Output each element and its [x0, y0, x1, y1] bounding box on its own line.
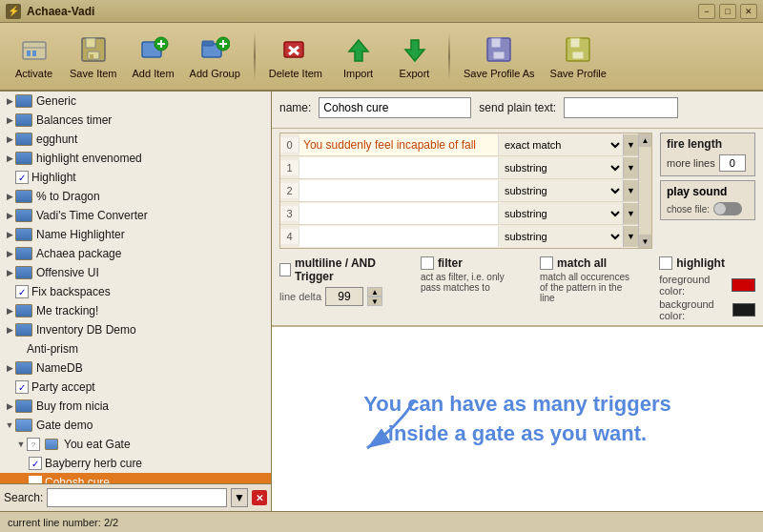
- item-label: Fix backspaces: [31, 285, 111, 298]
- pattern-text-1[interactable]: [299, 157, 499, 178]
- export-label: Export: [400, 68, 430, 79]
- save-profile-button[interactable]: Save Profile: [545, 26, 612, 87]
- folder-icon: [15, 304, 32, 317]
- svg-rect-27: [572, 51, 584, 59]
- add-item-button[interactable]: Add Item: [127, 26, 180, 87]
- delete-item-label: Delete Item: [269, 68, 322, 79]
- sidebar-item-cohosh-cure[interactable]: ✓ Cohosh cure: [0, 473, 271, 483]
- window-controls: − □ ✕: [698, 4, 757, 19]
- scroll-down[interactable]: ▼: [639, 235, 651, 248]
- sidebar-item-balances-timer[interactable]: ▶ Balances timer: [0, 111, 271, 130]
- toolbar: Activate Save Item Add Item Add Group De…: [0, 23, 763, 92]
- scroll-up[interactable]: ▲: [639, 133, 651, 147]
- save-item-icon: [78, 34, 109, 65]
- pattern-type-4[interactable]: substring exact match regex: [499, 226, 623, 247]
- svg-rect-23: [491, 38, 501, 48]
- pattern-type-3[interactable]: substring exact match regex: [499, 203, 623, 224]
- sidebar-item-name-highlighter[interactable]: ▶ Name Highlighter: [0, 225, 271, 244]
- content-panel: name: send plain text: 0 exact match sub…: [272, 92, 763, 511]
- fg-color-swatch[interactable]: [732, 278, 755, 292]
- sidebar-item-inventory-db[interactable]: ▶ Inventory DB Demo: [0, 320, 271, 339]
- match-all-checkbox[interactable]: [540, 256, 553, 270]
- item-label: Buy from nicia: [36, 399, 109, 413]
- sidebar-item-anti-prism[interactable]: Anti-prism: [0, 339, 271, 358]
- sidebar-item-highlight-envenomed[interactable]: ▶ highlight envenomed: [0, 149, 271, 168]
- activate-button[interactable]: Activate: [8, 26, 60, 87]
- highlight-checkbox[interactable]: [659, 256, 672, 270]
- sidebar-item-fix-backspaces[interactable]: ✓ Fix backspaces: [0, 282, 271, 301]
- item-label: Achaea package: [36, 247, 121, 260]
- item-label: highlight envenomed: [36, 152, 142, 165]
- export-icon: [400, 34, 430, 65]
- pattern-type-arrow-2[interactable]: ▼: [623, 180, 638, 201]
- search-input[interactable]: [47, 488, 227, 507]
- save-profile-as-button[interactable]: Save Profile As: [458, 26, 541, 87]
- line-delta-input[interactable]: [325, 287, 363, 306]
- name-input[interactable]: [319, 97, 471, 118]
- pattern-type-1[interactable]: substring exact match regex: [499, 157, 623, 178]
- add-group-button[interactable]: Add Group: [184, 26, 246, 87]
- close-button[interactable]: ✕: [740, 4, 757, 19]
- more-lines-input[interactable]: [719, 154, 746, 172]
- pattern-text-0[interactable]: [299, 134, 499, 155]
- folder-icon: [15, 190, 32, 203]
- sidebar-item-generic[interactable]: ▶ Generic: [0, 92, 271, 111]
- pattern-text-2[interactable]: [299, 180, 499, 201]
- item-label: Party accept: [31, 380, 95, 394]
- pattern-text-3[interactable]: [299, 203, 499, 224]
- folder-icon: [15, 247, 32, 260]
- line-delta-up[interactable]: ▲: [367, 287, 382, 297]
- expand-icon: ▼: [4, 419, 15, 431]
- sidebar-search: Search: ▼ ✕: [0, 483, 271, 511]
- pattern-type-arrow-1[interactable]: ▼: [623, 157, 638, 178]
- sidebar-item-party-accept[interactable]: ✓ Party accept: [0, 378, 271, 397]
- expand-icon: ▶: [4, 229, 15, 240]
- line-delta-down[interactable]: ▼: [367, 297, 382, 306]
- match-all-label: match all: [557, 256, 607, 270]
- sidebar-item-bayberry[interactable]: ✓ Bayberry herb cure: [0, 454, 271, 473]
- sidebar-item-buy-from-nicia[interactable]: ▶ Buy from nicia: [0, 397, 271, 416]
- minimize-button[interactable]: −: [698, 4, 715, 19]
- sound-toggle[interactable]: [713, 202, 742, 215]
- import-button[interactable]: Import: [332, 26, 384, 87]
- sidebar-item-highlight[interactable]: ✓ Highlight: [0, 168, 271, 187]
- sidebar-item-egghunt[interactable]: ▶ egghunt: [0, 130, 271, 149]
- bg-color-label: background color:: [659, 298, 729, 321]
- sidebar-item-you-eat-gate[interactable]: ▼ ? You eat Gate: [0, 435, 271, 454]
- folder-icon: [15, 399, 32, 413]
- search-clear-button[interactable]: ✕: [252, 490, 267, 505]
- sidebar-item-gate-demo[interactable]: ▼ Gate demo: [0, 416, 271, 435]
- pattern-text-4[interactable]: [299, 226, 499, 247]
- check-icon: ✓: [15, 171, 29, 184]
- toolbar-sep-2: [448, 32, 450, 80]
- save-profile-icon: [563, 34, 593, 65]
- sidebar-item-offensive-ui[interactable]: ▶ Offensive UI: [0, 263, 271, 282]
- pattern-type-2[interactable]: substring exact match regex: [499, 180, 623, 201]
- send-plain-input[interactable]: [564, 97, 678, 118]
- sidebar-item-achaea-package[interactable]: ▶ Achaea package: [0, 244, 271, 263]
- pattern-type-arrow-4[interactable]: ▼: [623, 226, 638, 247]
- save-item-button[interactable]: Save Item: [64, 26, 123, 87]
- pattern-type-arrow-0[interactable]: ▼: [623, 134, 638, 155]
- add-item-icon: [138, 34, 169, 65]
- folder-icon: [15, 419, 32, 432]
- sidebar-item-me-tracking[interactable]: ▶ Me tracking!: [0, 301, 271, 320]
- activate-icon: [19, 34, 50, 65]
- pattern-type-arrow-3[interactable]: ▼: [623, 203, 638, 224]
- search-dropdown[interactable]: ▼: [231, 488, 248, 507]
- pattern-scrollbar[interactable]: ▲ ▼: [638, 133, 651, 248]
- sidebar-item-pct-dragon[interactable]: ▶ % to Dragon: [0, 187, 271, 206]
- expand-icon: ▶: [4, 114, 15, 126]
- filter-checkbox[interactable]: [421, 256, 434, 270]
- svg-rect-5: [86, 38, 95, 48]
- sidebar-item-namedb[interactable]: ▶ NameDB: [0, 358, 271, 378]
- folder-icon: [15, 113, 32, 127]
- pattern-type-0[interactable]: exact match substring regex: [499, 134, 623, 155]
- multiline-checkbox[interactable]: [279, 263, 291, 276]
- maximize-button[interactable]: □: [719, 4, 736, 19]
- export-button[interactable]: Export: [388, 26, 441, 87]
- delete-item-button[interactable]: Delete Item: [263, 26, 328, 87]
- sidebar-item-time-converter[interactable]: ▶ Vadi's Time Converter: [0, 206, 271, 225]
- name-label: name:: [279, 101, 311, 114]
- bg-color-swatch[interactable]: [732, 303, 755, 317]
